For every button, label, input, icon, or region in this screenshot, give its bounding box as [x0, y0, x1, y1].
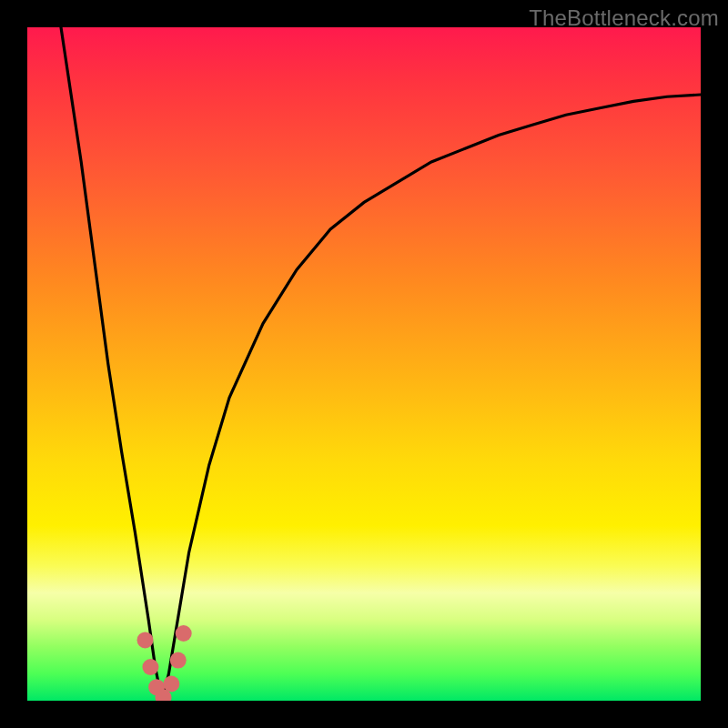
marker-dot — [137, 632, 154, 648]
attribution-watermark: TheBottleneck.com — [529, 5, 719, 31]
chart-frame: TheBottleneck.com — [0, 0, 728, 728]
bottleneck-curve — [61, 27, 701, 701]
marker-dot — [170, 652, 187, 669]
marker-cluster — [137, 625, 192, 701]
plot-area — [27, 27, 701, 701]
marker-dot — [142, 659, 158, 675]
marker-dot — [176, 625, 192, 642]
curve-layer — [61, 27, 701, 701]
plot-svg — [27, 27, 701, 701]
marker-dot — [163, 676, 179, 693]
